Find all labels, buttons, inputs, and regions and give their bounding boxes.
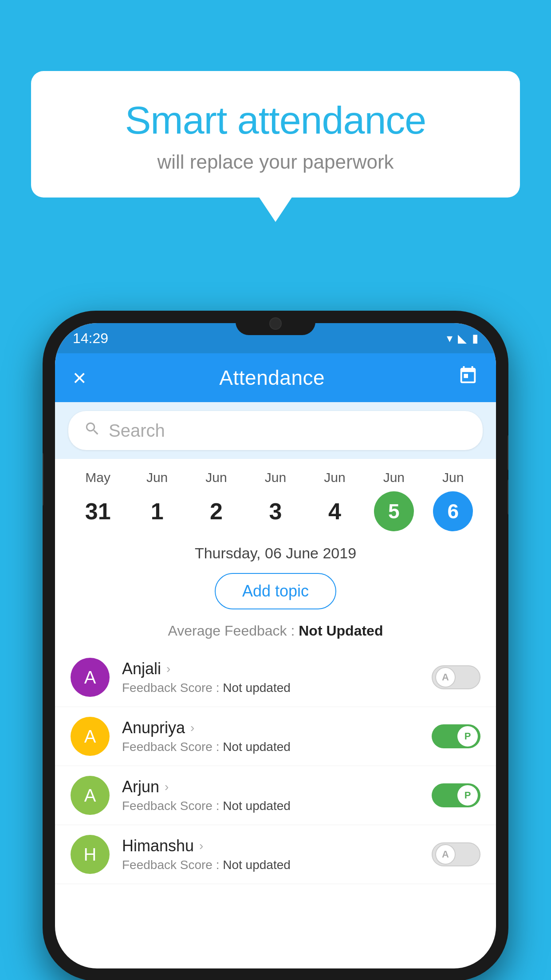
feedback-value: Not updated [223, 681, 291, 695]
app-bar: × Attendance [55, 353, 496, 402]
calendar-strip: May31Jun1Jun2Jun3Jun4Jun5Jun6 [55, 459, 496, 536]
calendar-day[interactable]: Jun4 [308, 470, 361, 531]
cal-month-label: Jun [146, 470, 168, 485]
chevron-icon: › [199, 839, 203, 853]
student-item[interactable]: AArjun ›Feedback Score : Not updatedP [55, 766, 496, 825]
cal-date-label: 31 [78, 491, 118, 531]
search-icon [84, 420, 101, 441]
cal-month-label: Jun [442, 470, 464, 485]
cal-date-label: 2 [197, 491, 236, 531]
student-feedback: Feedback Score : Not updated [122, 681, 419, 695]
chevron-icon: › [190, 721, 194, 735]
bubble-title: Smart attendance [53, 98, 498, 143]
student-info: Arjun ›Feedback Score : Not updated [122, 778, 419, 813]
phone-container: 14:29 ▾ ◣ ▮ × Attendance [43, 311, 508, 980]
student-name: Anjali › [122, 660, 419, 678]
student-feedback: Feedback Score : Not updated [122, 799, 419, 813]
average-feedback-value: Not Updated [299, 623, 383, 639]
search-bar[interactable]: Search [68, 411, 483, 450]
student-avatar: A [71, 658, 110, 697]
calendar-day[interactable]: Jun6 [426, 470, 480, 531]
vol-up-button [508, 435, 508, 470]
toggle-knob: P [457, 785, 478, 806]
search-bar-container: Search [55, 402, 496, 459]
battery-icon: ▮ [472, 332, 478, 345]
student-name: Himanshu › [122, 837, 419, 855]
add-topic-button[interactable]: Add topic [215, 573, 336, 609]
student-info: Anjali ›Feedback Score : Not updated [122, 660, 419, 695]
student-avatar: A [71, 717, 110, 756]
status-time: 14:29 [73, 330, 108, 347]
attendance-toggle[interactable]: P [432, 783, 480, 807]
add-topic-container: Add topic [55, 566, 496, 616]
student-list: AAnjali ›Feedback Score : Not updatedAAA… [55, 648, 496, 884]
feedback-value: Not updated [223, 799, 291, 813]
student-info: Anupriya ›Feedback Score : Not updated [122, 719, 419, 754]
cal-date-label: 1 [137, 491, 177, 531]
phone-frame: 14:29 ▾ ◣ ▮ × Attendance [43, 311, 508, 980]
cal-date-label: 4 [315, 491, 354, 531]
status-icons: ▾ ◣ ▮ [447, 332, 478, 345]
calendar-icon[interactable] [458, 365, 478, 391]
speech-bubble: Smart attendance will replace your paper… [31, 71, 520, 198]
calendar-day[interactable]: Jun2 [190, 470, 243, 531]
cal-date-label: 5 [374, 491, 414, 531]
vol-down-button [508, 479, 508, 515]
student-name: Anupriya › [122, 719, 419, 737]
toggle-knob: P [457, 726, 478, 747]
calendar-day[interactable]: May31 [71, 470, 125, 531]
student-name: Arjun › [122, 778, 419, 796]
toggle-knob: A [435, 844, 456, 865]
attendance-toggle[interactable]: P [432, 724, 480, 748]
bubble-subtitle: will replace your paperwork [53, 151, 498, 173]
wifi-icon: ▾ [447, 332, 453, 345]
student-avatar: H [71, 835, 110, 874]
student-info: Himanshu ›Feedback Score : Not updated [122, 837, 419, 872]
chevron-icon: › [165, 780, 169, 794]
selected-date-label: Thursday, 06 June 2019 [55, 536, 496, 566]
chevron-icon: › [166, 662, 170, 676]
student-item[interactable]: HHimanshu ›Feedback Score : Not updatedA [55, 825, 496, 884]
calendar-day[interactable]: Jun3 [249, 470, 302, 531]
cal-month-label: May [85, 470, 110, 485]
camera [269, 317, 282, 330]
signal-icon: ◣ [458, 332, 467, 345]
calendar-day[interactable]: Jun1 [130, 470, 184, 531]
cal-date-label: 3 [256, 491, 295, 531]
student-feedback: Feedback Score : Not updated [122, 858, 419, 872]
attendance-toggle[interactable]: A [432, 665, 480, 689]
feedback-value: Not updated [223, 858, 291, 872]
speech-bubble-container: Smart attendance will replace your paper… [31, 71, 520, 198]
student-avatar: A [71, 776, 110, 815]
cal-date-label: 6 [433, 491, 473, 531]
power-button [43, 453, 43, 506]
toggle-knob: A [435, 667, 456, 688]
app-title: Attendance [219, 366, 325, 390]
average-feedback: Average Feedback : Not Updated [55, 616, 496, 648]
average-feedback-label: Average Feedback : [168, 623, 299, 639]
search-placeholder: Search [109, 421, 165, 441]
cal-month-label: Jun [205, 470, 227, 485]
student-item[interactable]: AAnjali ›Feedback Score : Not updatedA [55, 648, 496, 707]
close-button[interactable]: × [73, 364, 86, 391]
attendance-toggle[interactable]: A [432, 842, 480, 866]
student-feedback: Feedback Score : Not updated [122, 740, 419, 754]
phone-screen: 14:29 ▾ ◣ ▮ × Attendance [55, 323, 496, 968]
cal-month-label: Jun [324, 470, 345, 485]
student-item[interactable]: AAnupriya ›Feedback Score : Not updatedP [55, 707, 496, 766]
calendar-day[interactable]: Jun5 [367, 470, 421, 531]
feedback-value: Not updated [223, 740, 291, 754]
phone-notch [236, 311, 315, 335]
cal-month-label: Jun [383, 470, 405, 485]
cal-month-label: Jun [265, 470, 286, 485]
